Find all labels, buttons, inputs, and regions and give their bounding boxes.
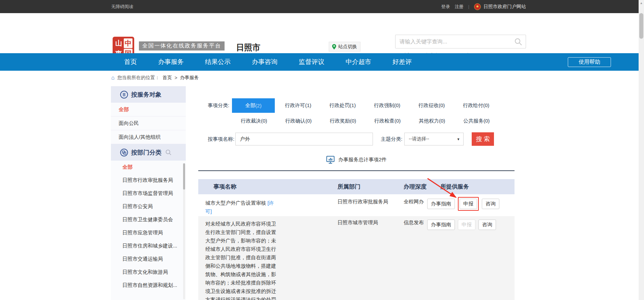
department-item[interactable]: 日照市文化和旅游局 [111, 266, 186, 279]
nav-supervision[interactable]: 监督评议 [299, 58, 324, 66]
item-name[interactable]: 对未经城市人民政府市容环境卫生行政主管部门同意，擅自设置大型户外广告，影响市容的… [205, 220, 277, 300]
site-switch-button[interactable]: 站点切换 [329, 42, 360, 52]
breadcrumb-prefix: 您当前所在的位置： [117, 75, 160, 81]
site-switch-label: 站点切换 [338, 44, 357, 50]
accessibility-link[interactable]: 无障碍阅读 [111, 4, 133, 10]
table-row: 城市大型户外广告设置审核 [许可] 日照市行政审批服务局 全程网办 办事指南 申… [198, 194, 515, 216]
nav-rating[interactable]: 好差评 [392, 58, 412, 66]
department-section-header: 按部门分类 [111, 144, 186, 161]
page-scrollbar[interactable]: ▲ [639, 0, 644, 300]
department-item[interactable]: 日照市应急管理局 [111, 226, 186, 239]
col-item-name: 事项名称 [198, 183, 338, 191]
col-department: 所属部门 [338, 183, 404, 191]
search-icon[interactable] [514, 38, 522, 46]
col-services: 所提供服务 [427, 183, 469, 191]
nav-consult[interactable]: 办事咨询 [252, 58, 277, 66]
apply-button-disabled: 申报 [458, 220, 475, 230]
results-table: 事项名称 所属部门 办理深度 所提供服务 城市大型户外广告设置审核 [许可] 日… [198, 179, 515, 300]
home-icon: ⌂ [111, 75, 115, 80]
portal-link[interactable]: ★ 日照市政府门户网站 [474, 3, 526, 10]
department-title: 按部门分类 [131, 148, 162, 157]
page-scrollbar-thumb[interactable] [639, 13, 643, 39]
guide-button[interactable]: 办事指南 [427, 199, 455, 209]
topbar-divider: | [468, 4, 469, 9]
category-xingzhengjiancha[interactable]: 行政检查(0) [374, 118, 419, 124]
keyword-search-input[interactable] [396, 39, 514, 45]
department-item[interactable]: 日照市交通运输局 [111, 253, 186, 266]
nav-services[interactable]: 办事服务 [158, 58, 184, 66]
department-item[interactable]: 日照市市场监督管理局 [111, 187, 186, 200]
page: 无障碍阅读 登录 注册 | ★ 日照市政府门户网站 山 中 東 国 全国一体化在… [0, 0, 644, 300]
department-circle-icon [120, 148, 128, 157]
service-target-all[interactable]: 全部 [111, 103, 186, 116]
breadcrumb: ⌂ 您当前所在的位置： 首页 > 办事服务 [111, 75, 199, 81]
col-depth: 办理深度 [404, 183, 427, 191]
topic-label: 主题分类: [381, 136, 402, 142]
consult-button[interactable]: 咨询 [478, 220, 496, 230]
table-header: 事项名称 所属部门 办理深度 所提供服务 [198, 179, 515, 194]
department-item-all[interactable]: 全部 [111, 161, 186, 174]
item-depth: 全程网办 [404, 199, 427, 216]
apply-button[interactable]: 申报 [460, 199, 477, 209]
category-xingzhengcaijue[interactable]: 行政裁决(0) [241, 118, 285, 124]
service-target-citizen[interactable]: 面向公民 [111, 116, 186, 130]
city-name: 日照市 [236, 42, 260, 53]
topbar: 无障碍阅读 登录 注册 | ★ 日照市政府门户网站 [0, 0, 644, 13]
category-xingzhengzhengshou[interactable]: 行政征收(0) [418, 102, 463, 109]
register-link[interactable]: 注册 [455, 4, 464, 10]
location-pin-icon [332, 44, 336, 49]
category-filter-label: 事项分类: [208, 102, 232, 109]
item-name[interactable]: 城市大型户外广告设置审核 [许可] [205, 199, 277, 215]
department-item[interactable]: 日照市卫生健康委员会 [111, 213, 186, 226]
login-link[interactable]: 登录 [441, 4, 450, 10]
department-scrollbar-thumb[interactable] [183, 163, 185, 190]
category-all-button[interactable]: 全部(2) [232, 98, 275, 113]
nav-intermediary[interactable]: 中介超市 [346, 58, 371, 66]
breadcrumb-home-link[interactable]: 首页 [163, 75, 172, 81]
service-target-legal-person[interactable]: 面向法人/其他组织 [111, 130, 186, 144]
scrollbar-up-icon[interactable]: ▲ [639, 1, 644, 5]
department-search-icon[interactable] [165, 149, 172, 156]
service-target-title: 按服务对象 [131, 91, 162, 99]
header: 山 中 東 国 全国一体化在线政务服务平台 山东政务服务 日照市 站点切换 [0, 13, 644, 53]
portal-label: 日照市政府门户网站 [484, 4, 526, 10]
department-item[interactable]: 日照市公安局 [111, 200, 186, 213]
category-xingzhenggeifu[interactable]: 行政给付(0) [463, 102, 507, 109]
category-xingzhengjiangli[interactable]: 行政奖励(0) [330, 118, 374, 124]
department-item[interactable]: 日照市住房和城乡建设... [111, 239, 186, 253]
category-xingzhengxuke[interactable]: 行政许可(1) [285, 102, 329, 109]
highlight-box: 申报 [458, 197, 479, 211]
topic-select[interactable]: --请选择-- ▼ [404, 133, 464, 145]
breadcrumb-separator: > [175, 75, 177, 80]
stats-text: 办事服务总计事项2件 [338, 157, 386, 163]
item-department: 日照市城市管理局 [338, 220, 404, 300]
service-target-section-header: 按服务对象 [111, 86, 186, 103]
help-button[interactable]: 使用帮助 [568, 57, 611, 67]
guide-button[interactable]: 办事指南 [427, 220, 455, 230]
category-xingzhengqueren[interactable]: 行政确认(0) [285, 118, 330, 124]
category-xingzhengqiangzhi[interactable]: 行政强制(0) [374, 102, 418, 109]
item-search-row: 按事项名称: 主题分类: --请选择-- ▼ 搜索 [198, 132, 515, 146]
nav-home[interactable]: 首页 [124, 58, 137, 66]
category-filter-row-1: 事项分类: 全部(2) 行政许可(1) 行政处罚(1) 行政强制(0) 行政征收… [198, 98, 515, 113]
section-divider [198, 170, 515, 171]
item-name-label: 按事项名称: [208, 136, 234, 142]
category-qitaquanli[interactable]: 其他权力(0) [419, 118, 463, 124]
search-submit-button[interactable]: 搜索 [472, 132, 494, 146]
category-gonggongfuwu[interactable]: 公共服务(0) [463, 118, 508, 124]
keyword-search-box [395, 35, 526, 48]
sidebar: 按服务对象 全部 面向公民 面向法人/其他组织 按部门分类 全部 日照市行政审批… [111, 86, 186, 300]
table-row: 对未经城市人民政府市容环境卫生行政主管部门同意，擅自设置大型户外广告，影响市容的… [198, 216, 515, 300]
department-scrollbar[interactable] [183, 163, 185, 299]
select-caret-icon: ▼ [457, 137, 460, 141]
department-item[interactable]: 日照市行政审批服务局 [111, 174, 186, 187]
nav-results[interactable]: 结果公示 [205, 58, 231, 66]
main-content: 事项分类: 全部(2) 行政许可(1) 行政处罚(1) 行政强制(0) 行政征收… [198, 85, 515, 300]
item-name-input[interactable] [235, 133, 373, 145]
consult-button[interactable]: 咨询 [482, 199, 499, 209]
department-item[interactable]: 日照市自然资源和规划... [111, 279, 186, 292]
item-depth: 信息发布 [404, 220, 427, 300]
category-xingzhengchufa[interactable]: 行政处罚(1) [329, 102, 374, 109]
stats-row: 办事服务总计事项2件 [198, 155, 515, 164]
monitor-chart-icon [326, 155, 335, 164]
